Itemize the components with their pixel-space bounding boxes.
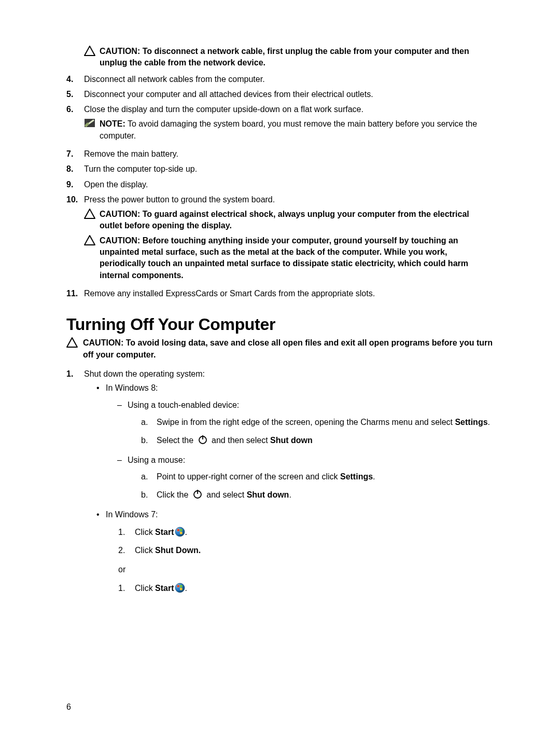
text: Click the — [157, 490, 191, 499]
method-label: Using a mouse: — [128, 456, 185, 464]
step-letter: b. — [141, 489, 148, 502]
text: . — [185, 584, 187, 593]
step-index: 2. — [118, 544, 125, 557]
bold-text: Shut down — [270, 436, 313, 445]
procedure-list-top: 4. Disconnect all network cables from th… — [66, 73, 494, 300]
svg-rect-9 — [180, 532, 183, 534]
power-icon — [192, 489, 203, 503]
win7-steps-1: 1. Click Start. 2. Click Shut Down. — [106, 526, 494, 557]
step-5: 5. Disconnect your computer and all atta… — [66, 88, 494, 100]
text: Click — [135, 528, 155, 536]
win7-step-2: 2. Click Shut Down. — [118, 544, 494, 557]
touch-step-a: a. Swipe in from the right edge of the s… — [141, 416, 494, 429]
method-mouse: Using a mouse: a. Point to upper-right c… — [117, 454, 494, 503]
step-body: Close the display and turn the computer … — [84, 103, 494, 145]
text: Swipe in from the right edge of the scre… — [157, 418, 455, 426]
caution-icon — [84, 209, 97, 222]
method-touch: Using a touch-enabled device: a. Swipe i… — [117, 399, 494, 448]
bold-text: Settings — [455, 418, 487, 426]
step-text: Remove any installed ExpressCards or Sma… — [84, 287, 494, 299]
text: . — [373, 472, 375, 481]
os-windows-7: In Windows 7: 1. Click Start. 2. Click S… — [96, 508, 494, 597]
step-10: 10. Press the power button to ground the… — [66, 194, 494, 285]
caution-icon — [84, 235, 97, 249]
text: . — [289, 490, 291, 499]
step-8: 8. Turn the computer top-side up. — [66, 163, 494, 175]
step-text: Disconnect your computer and all attache… — [84, 88, 494, 100]
note-icon — [84, 118, 97, 131]
win7-steps-2: 1. Click Start. — [106, 582, 494, 597]
bold-text: Start — [155, 528, 174, 536]
text: Click — [135, 546, 155, 555]
svg-rect-8 — [177, 532, 179, 534]
step-number: 11. — [66, 287, 84, 299]
bold-text: Shut Down. — [155, 546, 201, 555]
os-label: In Windows 7: — [106, 510, 158, 519]
step-text: Open the display. — [84, 178, 494, 190]
text: Point to upper-right corner of the scree… — [157, 472, 340, 481]
step-letter: b. — [141, 434, 148, 447]
svg-rect-14 — [180, 588, 183, 590]
mouse-steps: a. Point to upper-right corner of the sc… — [128, 471, 494, 503]
step-letter: a. — [141, 471, 148, 484]
step-body: Press the power button to ground the sys… — [84, 194, 494, 285]
shutdown-procedure: 1. Shut down the operating system: In Wi… — [66, 368, 494, 601]
step-number: 10. — [66, 194, 84, 205]
step-number: 4. — [66, 73, 84, 85]
step-number: 6. — [66, 103, 84, 115]
step-text: Press the power button to ground the sys… — [84, 195, 275, 204]
bold-text: Shut down — [247, 490, 289, 499]
svg-rect-6 — [177, 529, 179, 531]
windows-start-orb-icon — [175, 583, 185, 597]
step-body: Shut down the operating system: In Windo… — [84, 368, 494, 601]
touch-steps: a. Swipe in from the right edge of the s… — [128, 416, 494, 449]
step-7: 7. Remove the main battery. — [66, 148, 494, 160]
step-text: Turn the computer top-side up. — [84, 163, 494, 175]
document-page: CAUTION: To disconnect a network cable, … — [0, 0, 560, 744]
caution-icon — [84, 46, 97, 58]
step-9: 9. Open the display. — [66, 178, 494, 190]
step-index: 1. — [118, 526, 125, 539]
step-text: Shut down the operating system: — [84, 369, 205, 378]
caution-text: CAUTION: To guard against electrical sho… — [100, 209, 494, 232]
text: . — [185, 528, 187, 536]
page-number: 6 — [66, 702, 71, 712]
caution-text: CAUTION: To disconnect a network cable, … — [100, 46, 494, 69]
win7-step-1: 1. Click Start. — [118, 526, 494, 541]
note-box: NOTE: To avoid damaging the system board… — [84, 118, 494, 142]
svg-rect-11 — [177, 585, 179, 587]
touch-step-b: b. Select the and then select Shut down — [141, 434, 494, 449]
step-text: Close the display and turn the computer … — [84, 105, 363, 114]
step-index: 1. — [118, 582, 125, 595]
step-number: 1. — [66, 368, 84, 380]
text: and then select — [209, 436, 270, 445]
step-text: Remove the main battery. — [84, 148, 494, 160]
svg-rect-12 — [180, 585, 183, 587]
step-6: 6. Close the display and turn the comput… — [66, 103, 494, 145]
caution-network-cable: CAUTION: To disconnect a network cable, … — [84, 46, 494, 69]
step-text: Disconnect all network cables from the c… — [84, 73, 494, 85]
step-letter: a. — [141, 416, 148, 429]
step-number: 7. — [66, 148, 84, 160]
note-text: NOTE: To avoid damaging the system board… — [100, 118, 494, 142]
caution-text: CAUTION: Before touching anything inside… — [100, 235, 494, 282]
caution-box-ground: CAUTION: Before touching anything inside… — [84, 235, 494, 282]
method-label: Using a touch-enabled device: — [128, 401, 239, 409]
step-number: 5. — [66, 88, 84, 100]
step-number: 8. — [66, 163, 84, 175]
svg-rect-13 — [177, 588, 179, 590]
os-label: In Windows 8: — [106, 383, 158, 392]
or-separator: or — [118, 563, 494, 576]
os-windows-8: In Windows 8: Using a touch-enabled devi… — [96, 382, 494, 503]
step-11: 11. Remove any installed ExpressCards or… — [66, 287, 494, 299]
shutdown-step-1: 1. Shut down the operating system: In Wi… — [66, 368, 494, 601]
text: . — [488, 418, 490, 426]
win7-alt-step-1: 1. Click Start. — [118, 582, 494, 597]
bold-text: Start — [155, 584, 174, 593]
caution-text: CAUTION: To avoid losing data, save and … — [83, 337, 494, 361]
section-title: Turning Off Your Computer — [66, 315, 494, 334]
method-list: Using a touch-enabled device: a. Swipe i… — [106, 399, 494, 503]
caution-icon — [66, 337, 80, 350]
mouse-step-b: b. Click the and select Shut down. — [141, 489, 494, 503]
step-number: 9. — [66, 178, 84, 190]
